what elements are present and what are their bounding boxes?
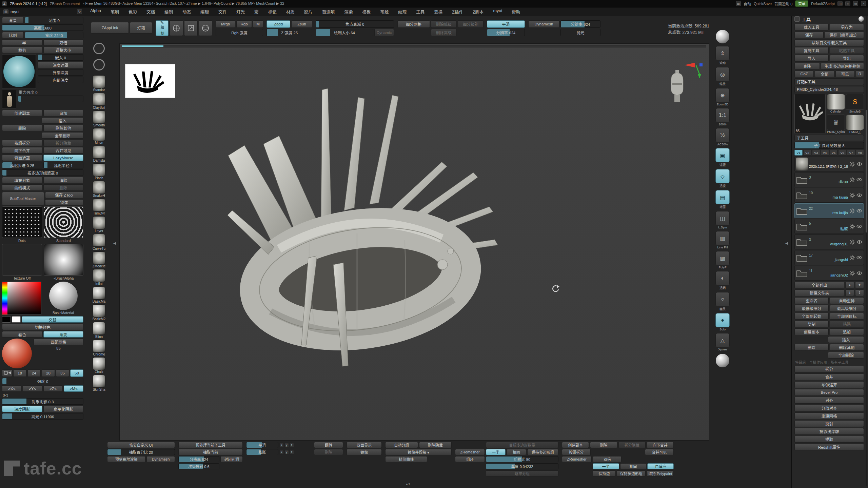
color-picker[interactable] xyxy=(2,282,41,315)
zremesher-button[interactable]: ZRemesher xyxy=(455,449,485,455)
close-holes-button[interactable]: 封闭孔洞 xyxy=(220,456,243,462)
mirror-button[interactable]: 镜像 xyxy=(45,199,84,206)
resize-button[interactable]: 调整大小 xyxy=(43,47,84,53)
all-to-target-button[interactable]: 全部到目标 xyxy=(830,313,864,320)
titlebar-panel-icon[interactable]: ◫ xyxy=(837,1,843,6)
eye-icon[interactable] xyxy=(856,192,862,198)
focal-shift-slider[interactable]: 焦点衰减 0 xyxy=(316,20,394,28)
eye-icon[interactable] xyxy=(856,270,862,276)
decimate-current-button[interactable]: 抽取当前 xyxy=(178,449,243,455)
menu-item[interactable]: 首选项 xyxy=(317,8,340,16)
crop-button[interactable]: 裁剪 xyxy=(2,47,42,53)
delete-other-subtools-button[interactable]: 删除其他 xyxy=(830,344,864,351)
scale-button[interactable] xyxy=(184,20,198,36)
gear-icon[interactable] xyxy=(849,224,855,229)
stroke-standard-thumbnail[interactable] xyxy=(44,206,84,238)
menu-item[interactable]: 绘制 xyxy=(160,8,178,16)
zadd-button[interactable]: Zadd xyxy=(267,20,290,28)
brush-trimdynamic[interactable]: TrimDyr xyxy=(85,199,113,216)
titlebar-grid-icon[interactable]: ▦ xyxy=(736,1,741,6)
brush-inflate[interactable]: Inflat xyxy=(85,269,113,286)
lightbox-tool-header[interactable]: 灯箱▶工具 xyxy=(794,78,864,85)
paste-subtool-button[interactable]: 粘贴 xyxy=(830,321,864,327)
brush-pinch[interactable]: Pinch xyxy=(85,163,113,180)
smooth-deform-slider[interactable]: 平滑 xyxy=(246,442,278,448)
menu-item[interactable]: 纹理 xyxy=(393,8,411,16)
zremesher2-button[interactable]: ZRemesher xyxy=(562,456,592,462)
gear-icon[interactable] xyxy=(849,177,855,183)
intensity-slider[interactable]: 强度 0 xyxy=(2,378,83,384)
rename-button[interactable]: 重命名 xyxy=(794,297,829,304)
ghost-icon[interactable]: ○ 幽灵 xyxy=(715,292,730,311)
active-tool-thumbnail[interactable]: 85 xyxy=(794,94,826,134)
fov-24-button[interactable]: 24 xyxy=(27,369,41,377)
z-intensity-slider[interactable]: Z 强度 25 xyxy=(267,29,312,36)
copy-tool-button[interactable]: 复制工具 xyxy=(794,47,829,54)
clone-button[interactable]: 克隆 xyxy=(794,63,820,69)
double-button[interactable]: 双倍 xyxy=(43,39,84,46)
curve-delete-button[interactable]: 删除 xyxy=(43,184,84,191)
group-polish-slider[interactable]: 组抛光 50 xyxy=(486,456,558,462)
fill-object-button[interactable]: 填充对象 xyxy=(2,177,42,183)
line-fill-icon[interactable]: ▥ Line Fill xyxy=(715,231,730,249)
dynamic-size-toggle[interactable]: Dynamic xyxy=(374,29,394,36)
gravity-strength-slider[interactable] xyxy=(18,96,83,102)
zsub-button[interactable]: Zsub xyxy=(291,20,312,28)
del-higher-button[interactable]: 删除高级 xyxy=(431,29,457,36)
flatten-shadow-button[interactable]: 扁平化阴影 xyxy=(43,406,84,412)
move-button[interactable] xyxy=(170,20,183,36)
menu-item[interactable]: 工具 xyxy=(411,8,429,16)
main-color-swatch[interactable] xyxy=(2,316,11,323)
zr2-same-button[interactable]: 相同 xyxy=(620,463,647,469)
right-tray-divider[interactable]: ◀ xyxy=(785,241,788,245)
mirror-x-button[interactable]: >X< xyxy=(2,385,22,392)
recent-tool-simplebrush[interactable]: SimpleB xyxy=(846,94,864,114)
axis-x-toggle[interactable]: x xyxy=(279,443,284,447)
paste-tool-button[interactable]: 粘贴工具 xyxy=(830,47,864,54)
target-polycount-button[interactable]: 目标多边形数量 xyxy=(486,442,558,448)
subtool-master-button[interactable]: SubTool Master xyxy=(2,192,44,205)
menu-item[interactable]: myui xyxy=(489,8,507,16)
quick-brush-icon-1[interactable] xyxy=(85,43,113,58)
brush-damstandard[interactable]: Damsta xyxy=(85,146,113,163)
subtool-action-button[interactable]: 分散对齐 xyxy=(794,405,864,411)
mrgb-button[interactable]: Mrgb xyxy=(216,20,235,28)
bottom-resolution-slider[interactable]: 分辨率 624 xyxy=(178,456,219,462)
bottom-mirror-button[interactable]: 镜像 xyxy=(347,449,382,455)
keep-polygroups-button[interactable]: 保持多边形组 xyxy=(617,470,646,476)
solo-icon[interactable]: ● Solo xyxy=(715,313,730,331)
titlebar-doc-icon[interactable]: ▭ xyxy=(853,1,858,6)
visibility-tab[interactable]: V5 xyxy=(830,150,838,156)
object-shadow-slider[interactable]: 对象阴影 0.3 xyxy=(2,398,83,405)
subtool-folder-wugong01[interactable]: 3 wugong01 xyxy=(794,235,864,249)
goz-r-button[interactable]: R xyxy=(856,70,864,77)
new-folder-button[interactable]: 新建文件夹 xyxy=(794,289,844,296)
fov-35-button[interactable]: 35 xyxy=(56,369,69,377)
basic-material-sphere[interactable] xyxy=(49,282,78,310)
duplicate-button[interactable]: 创建副本 xyxy=(2,110,42,116)
bb-delete-button[interactable]: 删除 xyxy=(590,442,617,448)
m-button[interactable]: M xyxy=(253,20,263,28)
brush-smooth[interactable]: Smooth xyxy=(85,110,113,127)
menu-item[interactable]: Z插件 xyxy=(447,8,468,16)
titlebar-clock-icon[interactable]: ◔ xyxy=(861,1,866,6)
material-basic[interactable]: BasicMa xyxy=(85,287,113,304)
duplicate-subtool-button[interactable]: 创建副本 xyxy=(794,328,829,335)
draw-size-slider[interactable]: 绘制大小 64 xyxy=(316,29,373,36)
goz-button[interactable]: GoZ xyxy=(794,70,814,77)
menu-item[interactable]: 文档 xyxy=(142,8,160,16)
lazy-radius-slider[interactable]: 延迟半径 1 xyxy=(43,162,84,168)
menu-item[interactable]: 变换 xyxy=(429,8,447,16)
append-button[interactable]: 追加 xyxy=(43,110,84,116)
menu-toggle-button[interactable]: 菜单 xyxy=(795,0,808,7)
all-to-start-button[interactable]: 全部到起始 xyxy=(794,313,829,320)
rgb-intensity-slider[interactable]: Rgb 强度 xyxy=(216,29,263,36)
actual-size-icon[interactable]: 1:1 100% xyxy=(715,108,730,126)
brush-claybuildup[interactable]: ClayBuil xyxy=(85,93,113,110)
eye-icon[interactable] xyxy=(856,239,862,245)
depth-mask-button[interactable]: 深度遮罩 xyxy=(38,62,83,68)
preview-boolean-button[interactable]: 预览布尔渲染 xyxy=(107,456,145,462)
gear-icon[interactable] xyxy=(849,270,855,276)
group-loops-button[interactable]: 组环 xyxy=(455,456,485,462)
match-mesh-button[interactable]: 匹配网格 xyxy=(34,339,83,345)
